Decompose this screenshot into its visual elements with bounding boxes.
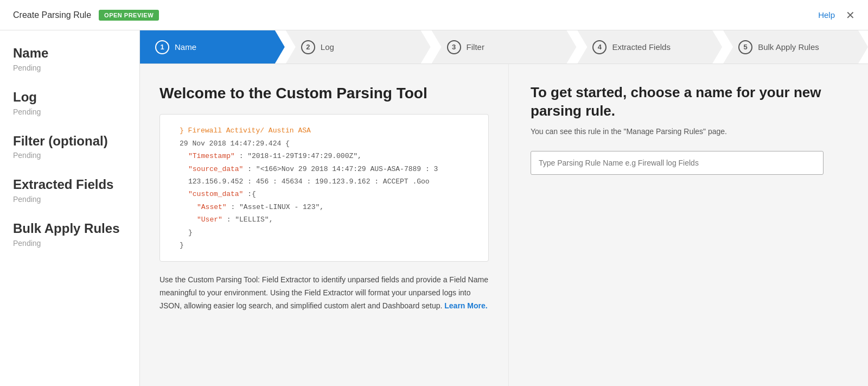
- code-val-8: : "LELLIS",: [227, 216, 273, 224]
- main: 1 Name 2 Log 3 Filter 4 Extracted Fields…: [140, 30, 868, 386]
- sidebar: Name Pending Log Pending Filter (optiona…: [0, 30, 140, 386]
- code-key-6: "custom_data": [188, 190, 243, 198]
- sidebar-log-status: Pending: [13, 107, 126, 116]
- close-icon[interactable]: ✕: [846, 9, 855, 22]
- welcome-title: Welcome to the Custom Parsing Tool: [159, 84, 489, 103]
- code-line-7: "Asset" : "Asset-LINUX - 123",: [171, 201, 477, 213]
- sidebar-item-filter[interactable]: Filter (optional) Pending: [13, 134, 126, 160]
- left-panel: Welcome to the Custom Parsing Tool } Fir…: [140, 64, 509, 386]
- sidebar-item-extracted-fields[interactable]: Extracted Fields Pending: [13, 177, 126, 204]
- wizard-steps: 1 Name 2 Log 3 Filter 4 Extracted Fields…: [140, 30, 868, 64]
- sidebar-item-bulk-apply[interactable]: Bulk Apply Rules Pending: [13, 221, 126, 248]
- sidebar-name-status: Pending: [13, 64, 126, 72]
- code-val-4: : "<166>Nov 29 2018 14:47:29 AUS-ASA-788…: [247, 165, 438, 173]
- step-log[interactable]: 2 Log: [286, 30, 431, 64]
- step-filter[interactable]: 3 Filter: [432, 30, 577, 64]
- header: Create Parsing Rule OPEN PREVIEW Help ✕: [0, 0, 868, 30]
- step-4-label: Extracted Fields: [612, 42, 671, 52]
- code-line-8: "User" : "LELLIS",: [171, 213, 477, 226]
- code-line-5: 123.156.9.452 : 456 : 45634 : 190.123.9.…: [171, 175, 477, 188]
- step-name[interactable]: 1 Name: [140, 30, 285, 64]
- code-line-3: "Timestamp" : "2018-11-29T19:47:29.000Z"…: [171, 150, 477, 162]
- step-2-label: Log: [321, 42, 334, 52]
- sidebar-log-label: Log: [13, 90, 126, 105]
- sidebar-bulk-status: Pending: [13, 239, 126, 248]
- step-3-num: 3: [447, 40, 461, 54]
- code-key-8: "User": [197, 216, 222, 224]
- sidebar-filter-status: Pending: [13, 151, 126, 160]
- step-5-label: Bulk Apply Rules: [758, 42, 819, 52]
- step-2-num: 2: [301, 40, 315, 54]
- code-key-7: "Asset": [197, 203, 227, 211]
- rule-subtext: You can see this rule in the "Manage Par…: [531, 127, 846, 136]
- code-key-4: "source_data": [188, 165, 243, 173]
- header-right: Help ✕: [818, 9, 855, 22]
- rule-heading: To get started, choose a name for your n…: [531, 84, 846, 121]
- description-text: Use the Custom Parsing Tool: Field Extra…: [159, 274, 489, 312]
- step-5-num: 5: [738, 40, 752, 54]
- sidebar-item-name[interactable]: Name Pending: [13, 46, 126, 72]
- code-val-6: :{: [247, 190, 256, 198]
- open-preview-button[interactable]: OPEN PREVIEW: [99, 10, 159, 21]
- code-line-1: } Firewall Activity/ Austin ASA: [171, 124, 477, 137]
- sidebar-name-label: Name: [13, 46, 126, 61]
- step-3-label: Filter: [467, 42, 484, 52]
- help-link[interactable]: Help: [818, 10, 835, 20]
- code-line-6: "custom_data" :{: [171, 188, 477, 200]
- step-extracted-fields[interactable]: 4 Extracted Fields: [577, 30, 722, 64]
- sidebar-extracted-label: Extracted Fields: [13, 177, 126, 193]
- code-line-2: 29 Nov 2018 14:47:29.424 {: [171, 137, 477, 150]
- code-line-10: }: [171, 239, 477, 251]
- code-key-3: "Timestamp": [188, 152, 235, 160]
- description-content: Use the Custom Parsing Tool: Field Extra…: [159, 275, 488, 310]
- step-4-num: 4: [592, 40, 607, 54]
- code-line-9: }: [171, 226, 477, 239]
- step-bulk-apply[interactable]: 5 Bulk Apply Rules: [723, 30, 868, 64]
- sidebar-extracted-status: Pending: [13, 195, 126, 204]
- code-line-4: "source_data" : "<166>Nov 29 2018 14:47:…: [171, 163, 477, 175]
- sidebar-item-log[interactable]: Log Pending: [13, 90, 126, 116]
- page-title: Create Parsing Rule: [13, 10, 91, 20]
- code-val-7: : "Asset-LINUX - 123",: [231, 203, 324, 211]
- body: Name Pending Log Pending Filter (optiona…: [0, 30, 868, 386]
- right-panel: To get started, choose a name for your n…: [509, 64, 868, 386]
- rule-name-input[interactable]: [531, 151, 824, 175]
- code-val-3: : "2018-11-29T19:47:29.000Z",: [239, 152, 362, 160]
- content-area: Welcome to the Custom Parsing Tool } Fir…: [140, 64, 868, 386]
- step-1-num: 1: [155, 40, 169, 54]
- code-preview: } Firewall Activity/ Austin ASA 29 Nov 2…: [159, 114, 489, 262]
- step-1-label: Name: [175, 42, 196, 52]
- learn-more-link[interactable]: Learn More.: [444, 301, 487, 310]
- sidebar-filter-label: Filter (optional): [13, 134, 126, 149]
- sidebar-bulk-label: Bulk Apply Rules: [13, 221, 126, 237]
- header-left: Create Parsing Rule OPEN PREVIEW: [13, 10, 159, 21]
